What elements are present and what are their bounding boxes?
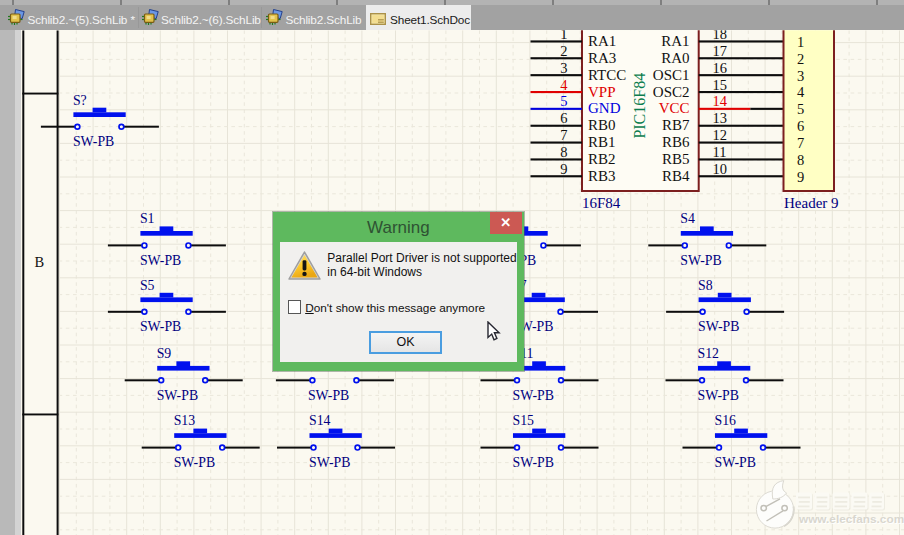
svg-text:9: 9 — [797, 169, 804, 185]
svg-text:11: 11 — [713, 144, 727, 160]
svg-text:S14: S14 — [309, 413, 331, 428]
svg-text:S1: S1 — [140, 211, 155, 226]
svg-text:RB6: RB6 — [662, 134, 690, 150]
svg-text:SW-PB: SW-PB — [140, 253, 181, 268]
svg-text:RA0: RA0 — [661, 50, 689, 66]
svg-text:RA1: RA1 — [588, 33, 616, 49]
svg-text:4: 4 — [797, 84, 805, 100]
svg-text:3: 3 — [797, 68, 804, 84]
svg-text:SW-PB: SW-PB — [73, 134, 114, 149]
svg-text:S12: S12 — [698, 346, 720, 361]
svg-text:16F84: 16F84 — [582, 195, 621, 211]
svg-text:RB1: RB1 — [588, 134, 616, 150]
svg-text:RB5: RB5 — [662, 151, 690, 167]
svg-text:VPP: VPP — [588, 84, 616, 100]
svg-text:SW-PB: SW-PB — [309, 455, 350, 470]
svg-text:6: 6 — [560, 110, 567, 126]
svg-text:10: 10 — [713, 161, 728, 177]
svg-text:1: 1 — [797, 34, 804, 50]
svg-text:PIC16F84: PIC16F84 — [632, 73, 649, 139]
svg-text:S9: S9 — [157, 346, 172, 361]
svg-text:14: 14 — [713, 93, 728, 109]
svg-text:SW-PB: SW-PB — [308, 388, 349, 403]
svg-text:4: 4 — [560, 77, 568, 93]
svg-text:S?: S? — [73, 93, 87, 108]
svg-text:VCC: VCC — [659, 100, 690, 116]
svg-text:SW-PB: SW-PB — [715, 455, 756, 470]
svg-text:OSC1: OSC1 — [653, 67, 690, 83]
svg-text:RA1: RA1 — [661, 33, 689, 49]
svg-text:2: 2 — [560, 43, 567, 59]
svg-text:OSC2: OSC2 — [653, 84, 690, 100]
svg-text:13: 13 — [713, 110, 728, 126]
svg-text:S4: S4 — [680, 211, 695, 226]
svg-text:6: 6 — [797, 118, 804, 134]
svg-text:12: 12 — [713, 127, 728, 143]
svg-text:RB0: RB0 — [588, 117, 616, 133]
svg-text:7: 7 — [797, 135, 804, 151]
svg-text:SW-PB: SW-PB — [698, 319, 739, 334]
svg-text:GND: GND — [588, 100, 621, 116]
svg-text:SW-PB: SW-PB — [174, 455, 215, 470]
svg-text:5: 5 — [560, 93, 567, 109]
svg-text:S5: S5 — [140, 278, 155, 293]
svg-text:RB3: RB3 — [588, 168, 616, 184]
svg-text:8: 8 — [797, 152, 804, 168]
svg-text:S15: S15 — [513, 413, 535, 428]
svg-text:RB4: RB4 — [662, 168, 690, 184]
svg-text:RA3: RA3 — [588, 50, 616, 66]
svg-text:17: 17 — [713, 43, 728, 59]
svg-text:SW-PB: SW-PB — [513, 455, 554, 470]
svg-text:S16: S16 — [715, 413, 737, 428]
svg-text:SW-PB: SW-PB — [157, 388, 198, 403]
svg-text:2: 2 — [797, 51, 804, 67]
svg-text:9: 9 — [560, 161, 567, 177]
svg-text:RTCC: RTCC — [588, 67, 626, 83]
svg-text:15: 15 — [713, 77, 728, 93]
svg-text:SW-PB: SW-PB — [680, 253, 721, 268]
svg-text:3: 3 — [560, 60, 567, 76]
svg-text:RB2: RB2 — [588, 151, 616, 167]
svg-text:8: 8 — [560, 144, 567, 160]
svg-text:RB7: RB7 — [662, 117, 690, 133]
svg-text:16: 16 — [713, 60, 728, 76]
svg-text:www.elecfans.com: www.elecfans.com — [798, 512, 904, 526]
svg-text:S13: S13 — [174, 413, 196, 428]
svg-text:SW-PB: SW-PB — [698, 388, 739, 403]
svg-text:5: 5 — [797, 101, 804, 117]
svg-text:S8: S8 — [698, 278, 713, 293]
svg-text:SW-PB: SW-PB — [140, 319, 181, 334]
svg-text:B: B — [35, 254, 45, 270]
svg-text:7: 7 — [560, 127, 567, 143]
svg-text:SW-PB: SW-PB — [513, 388, 554, 403]
svg-text:Header 9: Header 9 — [784, 195, 839, 211]
